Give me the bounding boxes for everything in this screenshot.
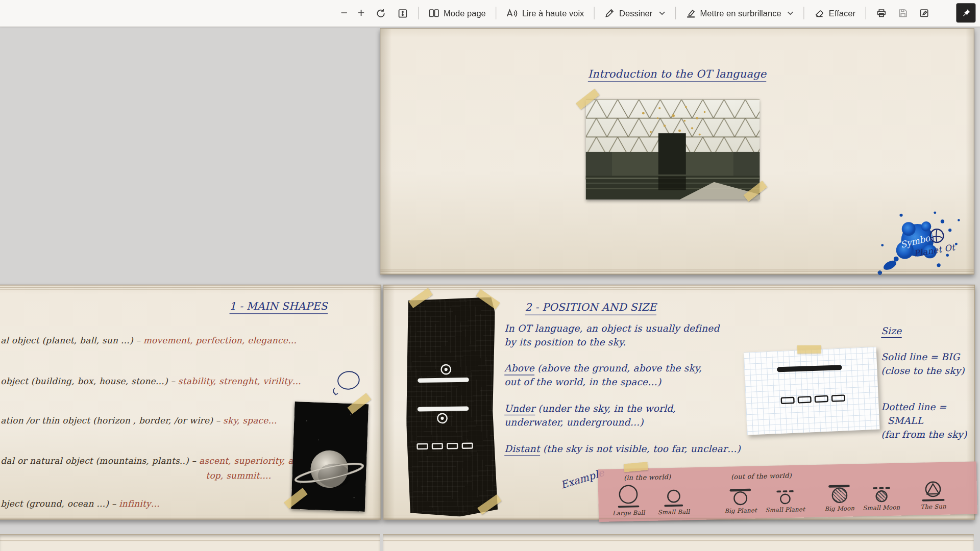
- sky-dashed-line: [776, 490, 793, 492]
- draw-pen-icon: [605, 8, 615, 18]
- pdf-viewer: − + Mode page Lire à haute voix De: [0, 0, 980, 551]
- dash: [789, 490, 793, 492]
- example-caption: Small Planet: [765, 506, 805, 513]
- chevron-down-icon: [659, 11, 665, 15]
- highlight-button[interactable]: Mettre en surbrillance: [680, 4, 799, 22]
- large-ball-icon: [619, 485, 638, 504]
- highlight-options-chevron[interactable]: [788, 11, 794, 15]
- shape-item: object (building, box, house, stone…) – …: [1, 376, 301, 386]
- dash: [447, 443, 458, 449]
- under-symbol-line: [418, 406, 469, 411]
- dash: [416, 443, 428, 450]
- draw-options-chevron[interactable]: [659, 11, 665, 15]
- save-icon: [898, 8, 908, 18]
- shape-item: al object (planet, ball, sun …) – moveme…: [1, 335, 297, 345]
- shape-meaning-text: stability, strenght, virility…: [178, 376, 301, 386]
- ground-line: [922, 498, 944, 501]
- above-rest: (above the ground, above the sky,: [534, 363, 702, 374]
- sun-icon: [923, 481, 942, 498]
- sky-dashed-line: [873, 487, 890, 489]
- small-moon-icon: [875, 490, 888, 503]
- zoom-out-button[interactable]: −: [336, 4, 353, 22]
- example-small-planet: Small Planet: [765, 478, 805, 513]
- example-large-ball: Large Ball: [608, 481, 649, 516]
- example-big-planet: Big Planet: [720, 479, 761, 514]
- read-aloud-icon: [506, 8, 518, 18]
- above-definition: Above (above the ground, above the sky,: [504, 363, 702, 374]
- document-canvas[interactable]: Introduction to the OT language: [0, 27, 980, 551]
- next-page-top-edge-left: [0, 534, 380, 551]
- save-button[interactable]: [892, 4, 914, 22]
- example-caption: Big Planet: [724, 507, 757, 514]
- page-mode-button[interactable]: Mode page: [423, 4, 492, 22]
- fit-page-button[interactable]: [391, 4, 413, 22]
- position-intro-line1: In OT language, an object is usually def…: [504, 323, 719, 334]
- next-page-top-edge-right: [383, 534, 973, 551]
- erase-button[interactable]: Effacer: [809, 4, 861, 22]
- example-caption: Big Moon: [824, 505, 854, 512]
- toolbar-separator: [594, 7, 595, 19]
- highlight-label: Mettre en surbrillance: [700, 9, 781, 18]
- edit-notes-icon: [919, 8, 929, 18]
- screen: − + Mode page Lire à haute voix De: [0, 0, 980, 551]
- position-intro-line2: by its position to the sky.: [504, 337, 626, 348]
- dash: [831, 394, 846, 402]
- dash: [815, 395, 829, 403]
- example-small-ball: Small Ball: [653, 480, 694, 516]
- draw-button[interactable]: Dessiner: [599, 4, 671, 22]
- chevron-down-icon: [788, 11, 794, 15]
- above-definition-line2: out of the world, in the space…): [504, 377, 661, 388]
- toolbar-center-group: − + Mode page Lire à haute voix De: [336, 4, 935, 22]
- toolbar-separator: [496, 7, 496, 19]
- page-mode-icon: [429, 8, 439, 18]
- dash: [432, 443, 443, 449]
- edit-notes-button[interactable]: [914, 4, 935, 22]
- toolbar-separator: [675, 7, 675, 19]
- page-position-size: 2 - POSITION AND SIZE In OT language, an…: [383, 285, 975, 520]
- eraser-icon: [815, 8, 825, 18]
- zoom-in-button[interactable]: +: [353, 4, 370, 22]
- shape-object-text: bject (ground, ocean …) –: [1, 498, 116, 509]
- distant-term: Distant: [504, 443, 540, 456]
- dash: [780, 397, 795, 405]
- dash: [462, 442, 473, 449]
- highlighter-icon: [685, 8, 696, 18]
- ground-line: [618, 505, 640, 508]
- size-line2: (close to the sky): [881, 365, 964, 377]
- planet-ot-symbol-icon: [928, 228, 945, 244]
- shape-object-text: dal or natural object (mountains, plants…: [1, 456, 196, 466]
- distant-symbol-dashes: [416, 442, 473, 449]
- under-definition: Under (under the sky, in the world,: [504, 403, 676, 414]
- shape-meaning-text: movement, perfection, elegance…: [143, 335, 297, 345]
- shape-meaning-text: sky, space…: [223, 415, 277, 425]
- toolbar-separator: [804, 7, 804, 19]
- pin-toolbar-button[interactable]: [956, 3, 975, 22]
- big-moon-icon: [831, 487, 847, 503]
- zoom-out-icon: −: [341, 6, 348, 20]
- tape-piece: [624, 462, 648, 472]
- example-caption: Small Moon: [863, 504, 900, 511]
- read-aloud-button[interactable]: Lire à haute voix: [501, 4, 590, 22]
- size-line3: Dotted line =: [881, 402, 946, 413]
- tape-piece: [797, 345, 821, 354]
- erase-label: Effacer: [829, 9, 855, 18]
- dome-photo: [586, 99, 760, 199]
- grid-note: [744, 347, 880, 435]
- under-term: Under: [504, 403, 535, 416]
- shape-object-text: ation /or thin object (horizon , border,…: [1, 415, 220, 425]
- distant-definition: Distant (the sky is not visible, too far…: [504, 443, 741, 455]
- dash: [776, 491, 781, 493]
- under-rest: (under the sky, in the world,: [535, 403, 676, 414]
- shape-meaning-text: infinity…: [119, 498, 160, 509]
- zoom-reset-button[interactable]: [370, 4, 391, 22]
- example-small-moon: Small Moon: [861, 475, 901, 511]
- pin-icon: [961, 8, 971, 18]
- example-caption: Small Ball: [658, 508, 690, 516]
- dash: [873, 487, 877, 489]
- shape-item: ation /or thin object (horizon , border,…: [1, 415, 277, 425]
- dash: [782, 490, 787, 492]
- solid-line-example: [777, 365, 842, 372]
- print-button[interactable]: [870, 4, 892, 22]
- draw-label: Dessiner: [619, 9, 652, 18]
- size-line4: SMALL: [888, 415, 923, 427]
